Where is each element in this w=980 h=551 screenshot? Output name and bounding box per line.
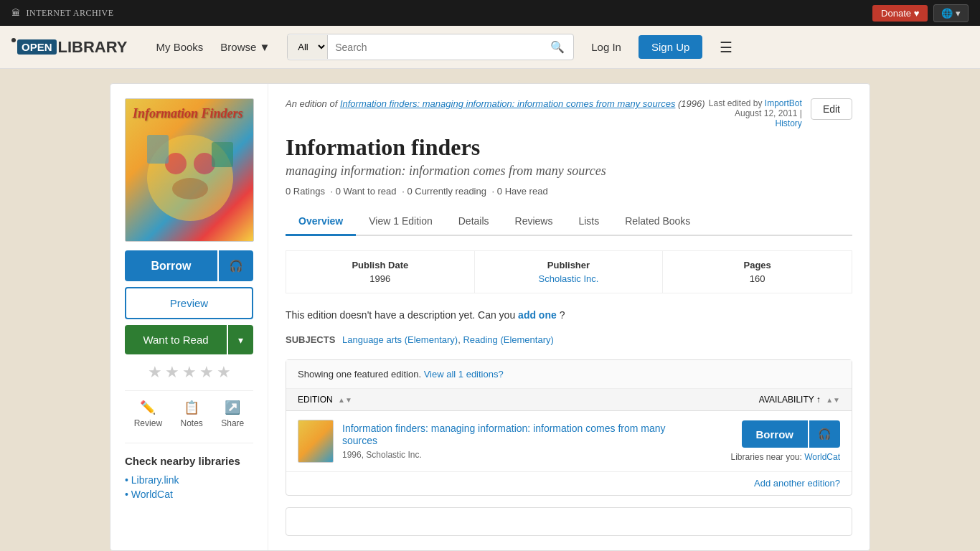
history-link[interactable]: History xyxy=(776,118,802,128)
star-4[interactable]: ★ xyxy=(199,363,214,382)
borrow-section: Borrow 🎧 Preview Want to Read ▾ xyxy=(125,250,253,354)
my-books-link[interactable]: My Books xyxy=(156,41,203,53)
pages-cell: Pages 160 xyxy=(663,251,852,293)
site-name: 🏛 INTERNET ARCHIVE xyxy=(11,8,114,19)
svg-point-3 xyxy=(172,178,208,199)
edition-borrow-row: Borrow 🎧 xyxy=(742,420,841,448)
editions-table-header: EDITION ▲▼ AVAILABILITY ↑ ▲▼ xyxy=(286,389,852,411)
library-link-link[interactable]: Library.link xyxy=(125,474,253,486)
edition-title-link[interactable]: Information finders: managing informatio… xyxy=(342,423,666,446)
notes-icon: 📋 xyxy=(184,400,199,415)
tab-view-edition[interactable]: View 1 Edition xyxy=(356,208,445,236)
subject-reading[interactable]: Reading (Elementary) xyxy=(463,334,553,345)
availability-sort-arrows[interactable]: ▲▼ xyxy=(826,396,840,404)
tabs-bar: Overview View 1 Edition Details Reviews … xyxy=(286,208,852,236)
stars-row[interactable]: ★ ★ ★ ★ ★ xyxy=(125,363,253,382)
edition-title-link[interactable]: Information finders: managing informatio… xyxy=(340,98,675,109)
review-label: Review xyxy=(134,418,162,428)
book-title: Information finders xyxy=(286,134,852,161)
publisher-link[interactable]: Scholastic Inc. xyxy=(539,273,599,284)
edition-audio-button[interactable]: 🎧 xyxy=(809,420,840,448)
want-to-read-stat: 0 Want to read xyxy=(336,186,397,197)
editions-section: Showing one featured edition. View all 1… xyxy=(286,359,852,496)
book-cover: Information Finders xyxy=(125,98,254,242)
borrow-audio-button[interactable]: 🎧 xyxy=(219,250,253,281)
have-read-stat: 0 Have read xyxy=(497,186,548,197)
add-edition-row: Add another edition? xyxy=(286,472,852,495)
nav-bar: OPEN LIBRARY My Books Browse ▼ All 🔍 Log… xyxy=(0,26,980,69)
nearby-section: Check nearby libraries Library.link Worl… xyxy=(125,443,253,500)
publish-date-label: Publish Date xyxy=(298,260,463,270)
publisher-cell: Publisher Scholastic Inc. xyxy=(475,251,664,293)
edition-sort-arrows[interactable]: ▲▼ xyxy=(338,396,352,404)
hamburger-button[interactable]: ☰ xyxy=(720,39,732,56)
publisher-label: Publisher xyxy=(486,260,651,270)
share-icon: ↗️ xyxy=(225,400,240,415)
view-all-editions-link[interactable]: View all 1 editions? xyxy=(424,369,504,380)
search-filter-select[interactable]: All xyxy=(288,35,328,59)
subjects-label: SUBJECTS xyxy=(286,334,335,345)
search-area: All 🔍 xyxy=(287,34,574,60)
edition-col-header[interactable]: EDITION ▲▼ xyxy=(298,395,682,405)
edition-year: (1996) xyxy=(678,98,705,109)
top-bar-right: Donate ♥ 🌐 ▾ xyxy=(872,4,969,22)
tab-lists[interactable]: Lists xyxy=(565,208,612,236)
book-stats: 0 Ratings · 0 Want to read · 0 Currently… xyxy=(286,186,852,197)
publish-date-cell: Publish Date 1996 xyxy=(286,251,475,293)
pages-label: Pages xyxy=(674,260,840,270)
worldcat-link[interactable]: WorldCat xyxy=(804,452,840,462)
star-5[interactable]: ★ xyxy=(217,363,231,382)
search-input[interactable] xyxy=(328,36,542,59)
notes-label: Notes xyxy=(180,418,202,428)
edition-borrow-button[interactable]: Borrow xyxy=(742,420,809,448)
worldcat-sidebar-link[interactable]: WorldCat xyxy=(125,489,253,500)
tab-details[interactable]: Details xyxy=(446,208,502,236)
tab-related-books[interactable]: Related Books xyxy=(612,208,703,236)
signup-button[interactable]: Sign Up xyxy=(639,35,702,59)
star-2[interactable]: ★ xyxy=(165,363,179,382)
header-area: Edit Last edited by ImportBot August 12,… xyxy=(286,98,852,128)
browse-button[interactable]: Browse ▼ xyxy=(220,41,270,53)
main-container: Information Finders Borrow 🎧 Preview Wan… xyxy=(110,83,870,551)
edition-meta: 1996, Scholastic Inc. xyxy=(342,450,682,460)
login-button[interactable]: Log In xyxy=(591,41,621,53)
action-row: ✏️ Review 📋 Notes ↗️ Share xyxy=(125,390,253,428)
logo-open: OPEN xyxy=(17,39,57,55)
edit-button[interactable]: Edit xyxy=(811,98,852,120)
second-section xyxy=(286,507,852,536)
libraries-text: Libraries near you: WorldCat xyxy=(730,452,840,462)
borrow-row: Borrow 🎧 xyxy=(125,250,253,281)
edition-row: Information finders: managing informatio… xyxy=(286,411,852,472)
language-button[interactable]: 🌐 ▾ xyxy=(933,4,969,22)
tab-overview[interactable]: Overview xyxy=(286,208,356,236)
edition-info: Information finders: managing informatio… xyxy=(342,423,682,460)
tab-reviews[interactable]: Reviews xyxy=(502,208,566,236)
want-to-read-dropdown[interactable]: ▾ xyxy=(228,325,253,354)
preview-button[interactable]: Preview xyxy=(125,287,253,319)
availability-col-header[interactable]: AVAILABILITY ↑ ▲▼ xyxy=(682,395,840,405)
add-edition-link[interactable]: Add another edition? xyxy=(754,478,840,489)
subject-language-arts[interactable]: Language arts (Elementary) xyxy=(342,334,458,345)
add-description-link[interactable]: add one xyxy=(518,309,557,321)
site-name-text: INTERNET ARCHIVE xyxy=(27,8,114,19)
star-1[interactable]: ★ xyxy=(148,363,162,382)
book-info-grid: Publish Date 1996 Publisher Scholastic I… xyxy=(286,250,852,293)
description-text: This edition doesn't have a description … xyxy=(286,308,852,323)
logo-dot xyxy=(11,38,16,42)
donate-button[interactable]: Donate ♥ xyxy=(872,5,928,22)
svg-rect-4 xyxy=(147,135,169,164)
logo[interactable]: OPEN LIBRARY xyxy=(11,38,127,57)
share-action[interactable]: ↗️ Share xyxy=(221,400,244,428)
review-action[interactable]: ✏️ Review xyxy=(134,400,162,428)
book-content: Edit Last edited by ImportBot August 12,… xyxy=(268,84,870,550)
importbot-link[interactable]: ImportBot xyxy=(765,98,802,108)
search-button[interactable]: 🔍 xyxy=(542,34,573,60)
ratings-stat: 0 Ratings xyxy=(286,186,325,197)
star-3[interactable]: ★ xyxy=(182,363,197,382)
edition-actions: Borrow 🎧 Libraries near you: WorldCat xyxy=(682,420,840,462)
borrow-button[interactable]: Borrow xyxy=(125,250,217,281)
notes-action[interactable]: 📋 Notes xyxy=(180,400,202,428)
review-icon: ✏️ xyxy=(140,400,156,415)
top-bar: 🏛 INTERNET ARCHIVE Donate ♥ 🌐 ▾ xyxy=(0,0,980,26)
want-to-read-button[interactable]: Want to Read xyxy=(125,325,227,354)
